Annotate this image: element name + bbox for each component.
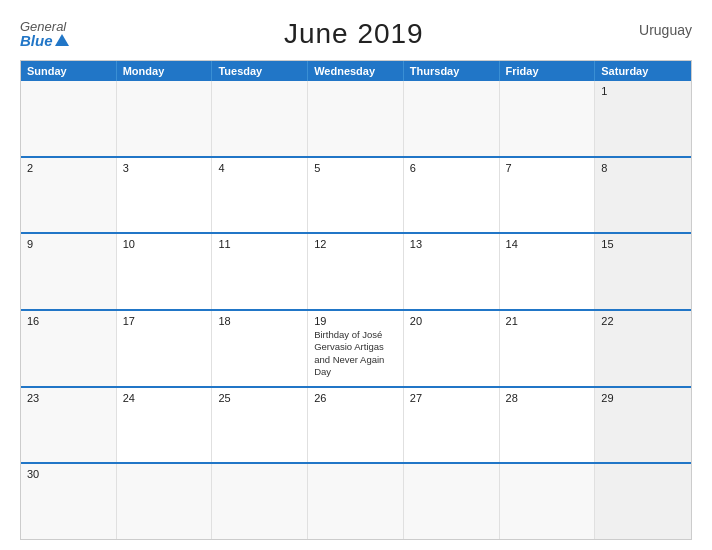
calendar-title: June 2019 — [284, 18, 424, 50]
cell-jun-21: 21 — [500, 311, 596, 386]
logo: General Blue — [20, 20, 69, 48]
cell-jun-1: 1 — [595, 81, 691, 156]
country-label: Uruguay — [639, 22, 692, 38]
cell-empty-8 — [212, 464, 308, 539]
event-artigas: Birthday of José Gervasio Artigas and Ne… — [314, 329, 397, 378]
cell-jun-20: 20 — [404, 311, 500, 386]
cell-jun-10: 10 — [117, 234, 213, 309]
cell-jun-2: 2 — [21, 158, 117, 233]
cell-empty-7 — [117, 464, 213, 539]
cell-jun-3: 3 — [117, 158, 213, 233]
cell-jun-7: 7 — [500, 158, 596, 233]
header-saturday: Saturday — [595, 61, 691, 81]
cell-jun-14: 14 — [500, 234, 596, 309]
cell-jun-28: 28 — [500, 388, 596, 463]
week-row-2: 2 3 4 5 6 7 8 — [21, 156, 691, 233]
cell-jun-6: 6 — [404, 158, 500, 233]
logo-blue-text: Blue — [20, 33, 69, 48]
cell-jun-15: 15 — [595, 234, 691, 309]
cell-empty-1 — [21, 81, 117, 156]
week-row-5: 23 24 25 26 27 28 29 — [21, 386, 691, 463]
cell-empty-4 — [308, 81, 404, 156]
cell-empty-2 — [117, 81, 213, 156]
cell-jun-5: 5 — [308, 158, 404, 233]
cell-jun-16: 16 — [21, 311, 117, 386]
logo-triangle-icon — [55, 34, 69, 46]
cell-jun-9: 9 — [21, 234, 117, 309]
cell-jun-19: 19 Birthday of José Gervasio Artigas and… — [308, 311, 404, 386]
cell-empty-11 — [500, 464, 596, 539]
cell-jun-29: 29 — [595, 388, 691, 463]
cell-jun-25: 25 — [212, 388, 308, 463]
calendar-header: Sunday Monday Tuesday Wednesday Thursday… — [21, 61, 691, 81]
week-row-1: 1 — [21, 81, 691, 156]
cell-empty-5 — [404, 81, 500, 156]
cell-jun-22: 22 — [595, 311, 691, 386]
cell-jun-24: 24 — [117, 388, 213, 463]
cell-jun-18: 18 — [212, 311, 308, 386]
cell-empty-10 — [404, 464, 500, 539]
header: General Blue June 2019 Uruguay — [20, 18, 692, 50]
cell-empty-12 — [595, 464, 691, 539]
cell-jun-12: 12 — [308, 234, 404, 309]
calendar-grid: Sunday Monday Tuesday Wednesday Thursday… — [20, 60, 692, 540]
header-friday: Friday — [500, 61, 596, 81]
calendar-page: General Blue June 2019 Uruguay Sunday Mo… — [0, 0, 712, 550]
header-thursday: Thursday — [404, 61, 500, 81]
header-tuesday: Tuesday — [212, 61, 308, 81]
header-sunday: Sunday — [21, 61, 117, 81]
header-monday: Monday — [117, 61, 213, 81]
cell-jun-13: 13 — [404, 234, 500, 309]
cell-jun-4: 4 — [212, 158, 308, 233]
cell-empty-3 — [212, 81, 308, 156]
cell-jun-26: 26 — [308, 388, 404, 463]
cell-jun-8: 8 — [595, 158, 691, 233]
cell-jun-27: 27 — [404, 388, 500, 463]
cell-empty-9 — [308, 464, 404, 539]
cell-empty-6 — [500, 81, 596, 156]
header-wednesday: Wednesday — [308, 61, 404, 81]
week-row-4: 16 17 18 19 Birthday of José Gervasio Ar… — [21, 309, 691, 386]
calendar-body: 1 2 3 4 5 6 7 8 9 10 11 12 13 14 15 — [21, 81, 691, 539]
week-row-3: 9 10 11 12 13 14 15 — [21, 232, 691, 309]
cell-jun-30: 30 — [21, 464, 117, 539]
cell-jun-11: 11 — [212, 234, 308, 309]
cell-jun-23: 23 — [21, 388, 117, 463]
week-row-6: 30 — [21, 462, 691, 539]
cell-jun-17: 17 — [117, 311, 213, 386]
